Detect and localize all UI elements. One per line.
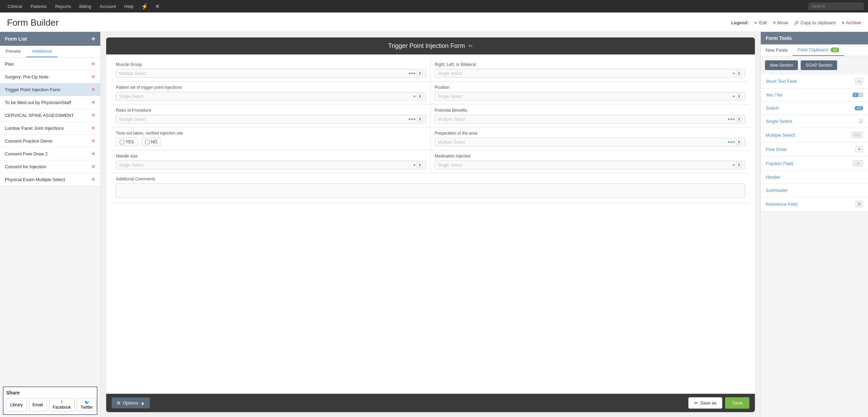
- legend-move-label: Move: [777, 20, 789, 25]
- list-item-physical[interactable]: Physical Exam Multiple Select ✕: [0, 173, 100, 186]
- select-arrow[interactable]: ⬍: [417, 162, 423, 168]
- nav-account[interactable]: Account: [96, 0, 119, 12]
- share-library-button[interactable]: Library: [6, 398, 27, 411]
- list-item-consent-demo[interactable]: Consent Practice Demo ✕: [0, 135, 100, 147]
- field-item-reference[interactable]: Reference Field ⊞: [761, 197, 868, 211]
- field-item-short-text[interactable]: Short Text Field ▭: [761, 74, 868, 88]
- field-muscle-group[interactable]: Multiple Select ⬍: [116, 69, 426, 78]
- nav-patients[interactable]: Patients: [27, 0, 50, 12]
- checkbox-yes-label: YES: [126, 139, 134, 144]
- list-item-consent-draw[interactable]: Consent Free Draw 2 ✕: [0, 147, 100, 160]
- field-bilateral[interactable]: Single Select ⬍: [435, 69, 745, 78]
- field-item-free-draw[interactable]: Free Draw ≋: [761, 142, 868, 156]
- field-position[interactable]: Single Select ⬍: [435, 92, 745, 101]
- field-label-risks: Risks of Procedure: [116, 108, 426, 113]
- list-item-trigger[interactable]: Trigger Point Injection Form ✕: [0, 83, 100, 96]
- options-button[interactable]: ⚙ Options ▲: [112, 398, 150, 408]
- checkbox-yes-input[interactable]: [120, 140, 124, 144]
- legend-edit[interactable]: ✏ Edit: [754, 20, 767, 25]
- new-section-button[interactable]: New Section: [765, 60, 798, 70]
- tab-field-clipboard[interactable]: Field Clipboard 25: [793, 44, 844, 56]
- main-layout: Form List + Presets Additional Plan ✕ Su…: [0, 32, 868, 417]
- share-title: Share: [6, 390, 94, 395]
- list-item-consent-injection[interactable]: Consent for Injection ✕: [0, 160, 100, 173]
- field-item-switch[interactable]: Switch ON: [761, 102, 868, 115]
- save-button[interactable]: Save: [725, 397, 749, 409]
- legend-archive[interactable]: ✕ Archive: [841, 20, 861, 25]
- list-item-remove[interactable]: ✕: [91, 61, 95, 67]
- field-benefits[interactable]: Multiple Select ⬍: [435, 115, 745, 124]
- list-item-remove[interactable]: ✕: [91, 87, 95, 92]
- field-item-yes-no[interactable]: Yes / No YN: [761, 88, 868, 102]
- field-patient-set[interactable]: Single Select ⬍: [116, 92, 426, 101]
- list-item-surgery[interactable]: Surgery: Pre-Op Note ✕: [0, 70, 100, 83]
- share-email-button[interactable]: Email: [29, 398, 47, 411]
- tab-additional[interactable]: Additional: [26, 46, 57, 57]
- select-arrow[interactable]: ⬍: [736, 117, 742, 122]
- field-item-header[interactable]: Header: [761, 171, 868, 184]
- nav-lightning-icon[interactable]: ⚡: [138, 3, 151, 10]
- form-builder-card: Trigger Point Injection Form ✏ Muscle Gr…: [106, 37, 755, 412]
- select-arrow[interactable]: ⬍: [736, 162, 742, 168]
- form-title-edit-icon[interactable]: ✏: [468, 43, 473, 49]
- sidebar-add-button[interactable]: +: [91, 35, 95, 42]
- select-arrow[interactable]: ⬍: [417, 71, 423, 76]
- nav-billing[interactable]: Billing: [76, 0, 95, 12]
- sidebar-tabs: Presets Additional: [0, 46, 100, 58]
- select-arrow[interactable]: ⬍: [736, 71, 742, 76]
- share-twitter-button[interactable]: 🐦 Twitter: [77, 398, 96, 411]
- list-item-remove[interactable]: ✕: [91, 138, 95, 144]
- list-item-remove[interactable]: ✕: [91, 151, 95, 156]
- edit-icon: ✏: [754, 20, 758, 25]
- list-item-cervical[interactable]: CERVICAL SPINE ASSESSMENT ✕: [0, 109, 100, 122]
- field-risks[interactable]: Multiple Select ⬍: [116, 115, 426, 124]
- field-item-fraction[interactable]: Fraction Field □/□: [761, 156, 868, 171]
- nav-clinical[interactable]: Clinical: [4, 0, 26, 12]
- list-item-label: Consent for Injection: [5, 164, 46, 169]
- soap-section-button[interactable]: SOAP Section: [801, 60, 837, 70]
- tab-new-fields[interactable]: New Fields: [761, 45, 793, 56]
- list-item-remove[interactable]: ✕: [91, 125, 95, 131]
- select-arrow[interactable]: ⬍: [417, 94, 423, 99]
- move-icon: ✛: [773, 20, 776, 25]
- tab-presets[interactable]: Presets: [0, 46, 26, 57]
- form-cell-risks: Risks of Procedure Multiple Select ⬍: [112, 104, 431, 127]
- field-medication[interactable]: Single Select ⬍: [435, 161, 745, 169]
- checkbox-no[interactable]: NO: [141, 138, 161, 146]
- center-content: Trigger Point Injection Form ✏ Muscle Gr…: [101, 32, 760, 417]
- share-facebook-button[interactable]: f Facebook: [49, 398, 75, 411]
- field-preparation[interactable]: Multiple Select ⬍: [435, 138, 745, 146]
- checkbox-yes[interactable]: YES: [116, 138, 138, 146]
- legend-copy[interactable]: 🔗 Copy to clipboard: [794, 20, 835, 25]
- list-item-remove[interactable]: ✕: [91, 74, 95, 79]
- list-item-plan[interactable]: Plan ✕: [0, 58, 100, 70]
- select-arrow[interactable]: ⬍: [736, 94, 742, 99]
- list-item-remove[interactable]: ✕: [91, 100, 95, 105]
- search-input[interactable]: [808, 2, 864, 10]
- list-item-remove[interactable]: ✕: [91, 177, 95, 182]
- legend-bar: Legend: ✏ Edit ✛ Move 🔗 Copy to clipboar…: [731, 20, 861, 25]
- legend-move[interactable]: ✛ Move: [773, 20, 789, 25]
- save-as-button[interactable]: ✏ Save as: [688, 397, 722, 409]
- list-item-remove[interactable]: ✕: [91, 112, 95, 118]
- select-arrow[interactable]: ⬍: [736, 139, 742, 145]
- select-arrow[interactable]: ⬍: [417, 117, 423, 122]
- dot: [730, 141, 732, 143]
- form-card-footer: ⚙ Options ▲ ✏ Save as Save: [106, 394, 755, 412]
- field-item-subheader[interactable]: Subheader: [761, 184, 868, 197]
- checkbox-no-input[interactable]: [145, 140, 150, 144]
- list-item-remove[interactable]: ✕: [91, 164, 95, 169]
- field-needle[interactable]: Single Select ⬍: [116, 161, 426, 169]
- nav-reports[interactable]: Reports: [52, 0, 75, 12]
- field-label-benefits: Potential Benefits: [435, 108, 745, 113]
- field-comments[interactable]: [116, 184, 745, 198]
- list-item-physician[interactable]: To be filled out by Physician/Staff ✕: [0, 96, 100, 109]
- field-item-multi-select[interactable]: Multiple Select ☑☑: [761, 128, 868, 142]
- list-item-lumbar[interactable]: Lumbar Facet Joint Injections ✕: [0, 122, 100, 135]
- sidebar-header: Form List +: [0, 32, 100, 46]
- nav-help[interactable]: Help: [121, 0, 137, 12]
- field-item-single-select[interactable]: Single Select ☑: [761, 115, 868, 128]
- field-placeholder: Single Select: [119, 94, 412, 99]
- nav-close-icon[interactable]: ✕: [152, 3, 162, 10]
- form-cell-position: Position Single Select ⬍: [431, 82, 749, 104]
